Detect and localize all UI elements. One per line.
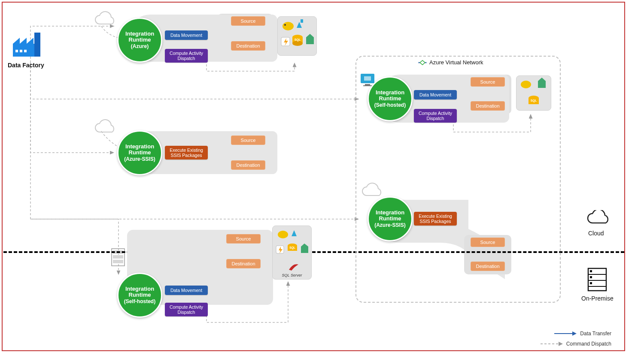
compute-activity-text: Compute Activity bbox=[170, 51, 203, 56]
svg-point-37 bbox=[521, 81, 531, 88]
ir-azure-node: Integration Runtime (Azure) bbox=[117, 18, 162, 63]
exec-ssis-pill: Execute Existing SSIS Packages bbox=[414, 212, 457, 226]
destination-box: Destination bbox=[471, 101, 505, 111]
data-factory-label: Data Factory bbox=[8, 62, 44, 69]
svg-rect-47 bbox=[590, 270, 592, 272]
svg-rect-21 bbox=[113, 260, 123, 263]
data-movement-pill: Data Movement bbox=[414, 90, 457, 99]
sql-icon: SQL bbox=[292, 35, 303, 46]
onprem-services-panel: SQL SQL Server bbox=[272, 226, 312, 280]
ir-selfhosted-vnet-node: Integration Runtime (Self-hosted) bbox=[368, 76, 413, 121]
ir-title: Integration Runtime bbox=[369, 90, 411, 102]
destination-box: Destination bbox=[226, 259, 261, 268]
svg-marker-39 bbox=[538, 78, 546, 81]
hadoop-elephant-icon bbox=[521, 81, 531, 88]
svg-rect-3 bbox=[24, 50, 27, 52]
hadoop-elephant-icon bbox=[283, 22, 294, 30]
svg-marker-29 bbox=[301, 244, 308, 247]
ir-title: Integration Runtime bbox=[118, 144, 161, 156]
compute-activity-text: Compute Activity bbox=[170, 304, 203, 310]
exec-ssis-pill: Execute Existing SSIS Packages bbox=[165, 146, 208, 159]
server-rack-icon bbox=[111, 248, 125, 267]
vnet-services-panel: SQL bbox=[516, 75, 551, 111]
svg-rect-48 bbox=[590, 276, 592, 278]
ir-ssis-node: Integration Runtime (Azure-SSIS) bbox=[117, 130, 162, 175]
cloud-icon bbox=[92, 11, 118, 28]
destination-box: Destination bbox=[231, 41, 265, 51]
lightning-icon bbox=[281, 37, 290, 46]
ir-selfhosted-node: Integration Runtime (Self-hosted) bbox=[117, 273, 162, 318]
compute-activity-text: Compute Activity bbox=[419, 111, 452, 116]
sql-server-logo-icon bbox=[287, 262, 299, 271]
svg-rect-10 bbox=[301, 19, 303, 23]
svg-marker-5 bbox=[20, 38, 27, 44]
diagram-frame: Data Factory Integration Runtime (Azure)… bbox=[2, 2, 625, 351]
factory-icon bbox=[13, 33, 44, 60]
svg-rect-2 bbox=[20, 50, 22, 52]
source-box: Source bbox=[231, 16, 265, 26]
svg-rect-1 bbox=[15, 50, 18, 52]
svg-text:SQL: SQL bbox=[531, 99, 537, 102]
hadoop-elephant-icon bbox=[278, 231, 288, 238]
source-box: Source bbox=[471, 77, 505, 87]
source-box: Source bbox=[231, 135, 265, 145]
compute-dispatch-pill: Compute Activity Dispatch bbox=[414, 109, 457, 123]
cloud-icon bbox=[92, 119, 118, 136]
svg-point-8 bbox=[283, 22, 294, 30]
svg-point-9 bbox=[284, 24, 286, 26]
svg-marker-53 bbox=[559, 342, 563, 346]
data-warehouse-icon bbox=[538, 78, 546, 88]
svg-text:SQL: SQL bbox=[289, 246, 295, 250]
ir-ssis-vnet-node: Integration Runtime (Azure-SSIS) bbox=[368, 196, 413, 241]
svg-rect-49 bbox=[590, 282, 592, 284]
ir-self-sub: (Self-hosted) bbox=[124, 299, 155, 304]
legend-data-transfer: Data Transfer bbox=[554, 331, 611, 337]
legend-command-dispatch: Command Dispatch bbox=[541, 341, 611, 347]
ir-ssis-sub: (Azure-SSIS) bbox=[124, 156, 155, 162]
svg-text:SQL: SQL bbox=[295, 38, 301, 42]
source-box: Source bbox=[471, 238, 505, 247]
svg-rect-11 bbox=[306, 37, 314, 44]
flask-icon bbox=[292, 230, 297, 236]
svg-marker-6 bbox=[27, 38, 33, 44]
ir-title: Integration Runtime bbox=[118, 286, 161, 298]
dispatch-text: Dispatch bbox=[178, 310, 195, 315]
svg-rect-28 bbox=[301, 247, 308, 253]
compute-dispatch-pill: Compute Activity Dispatch bbox=[165, 49, 208, 63]
lightning-icon bbox=[276, 246, 284, 253]
ir-self-sub: (Self-hosted) bbox=[374, 102, 406, 108]
svg-point-15 bbox=[292, 41, 303, 46]
legend-data-transfer-label: Data Transfer bbox=[580, 331, 611, 337]
flask-icon bbox=[297, 19, 303, 28]
sql-server-label: SQL Server bbox=[273, 273, 311, 277]
svg-marker-51 bbox=[572, 331, 577, 336]
exec-existing-text: Execute Existing bbox=[419, 214, 452, 219]
cloud-icon bbox=[585, 210, 610, 227]
onprem-server-icon bbox=[587, 268, 607, 292]
source-box: Source bbox=[226, 234, 261, 244]
dispatch-text: Dispatch bbox=[427, 116, 444, 121]
svg-point-23 bbox=[278, 231, 288, 238]
svg-marker-4 bbox=[13, 38, 20, 44]
data-movement-pill: Data Movement bbox=[165, 30, 208, 40]
ir-azure-sub: (Azure) bbox=[131, 44, 149, 49]
sql-icon: SQL bbox=[288, 244, 297, 251]
ir-title: Integration Runtime bbox=[118, 31, 161, 43]
svg-rect-20 bbox=[113, 255, 123, 259]
legend-command-dispatch-label: Command Dispatch bbox=[566, 341, 611, 347]
destination-box: Destination bbox=[231, 160, 265, 170]
ssis-packages-text: SSIS Packages bbox=[171, 153, 202, 158]
svg-rect-7 bbox=[34, 33, 40, 57]
ir-ssis-sub: (Azure-SSIS) bbox=[374, 223, 406, 228]
data-warehouse-icon bbox=[301, 244, 308, 253]
cloud-services-panel: SQL bbox=[277, 16, 317, 56]
svg-rect-38 bbox=[538, 81, 546, 88]
destination-box: Destination bbox=[471, 262, 505, 271]
compute-dispatch-pill: Compute Activity Dispatch bbox=[165, 303, 208, 316]
sql-icon: SQL bbox=[529, 96, 539, 104]
onprem-label: On-Premise bbox=[581, 295, 614, 302]
cloud-label: Cloud bbox=[588, 230, 604, 237]
ssis-packages-text: SSIS Packages bbox=[420, 219, 451, 224]
dispatch-text: Dispatch bbox=[178, 56, 195, 61]
exec-existing-text: Execute Existing bbox=[170, 147, 203, 153]
